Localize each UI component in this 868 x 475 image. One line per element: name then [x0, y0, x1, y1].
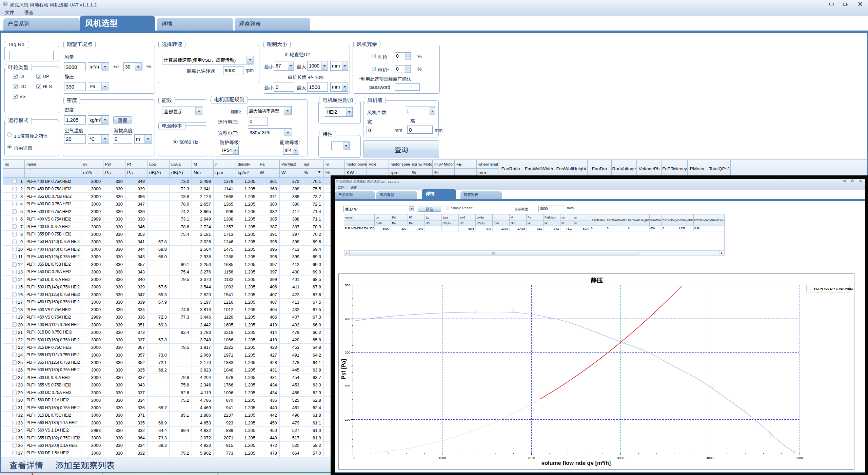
spinner-down-button[interactable]: [406, 67, 410, 68]
popup-column-header-Pa(Max)[interactable]: Pa(Max)W: [544, 214, 560, 226]
popup-tab-fan-selection[interactable]: 风机选型: [376, 191, 417, 199]
row-checkbox[interactable]: [12, 270, 17, 274]
popup-table-scrollbar[interactable]: [344, 250, 724, 255]
row-checkbox[interactable]: [12, 307, 17, 312]
tab-fan-selection[interactable]: 风机选型: [80, 16, 155, 31]
len-min-input[interactable]: 0: [274, 82, 294, 92]
ie-combo[interactable]: IE4: [283, 146, 299, 155]
feature-combo[interactable]: [331, 141, 350, 150]
menu-file[interactable]: 文件: [1, 8, 18, 17]
row-checkbox[interactable]: [12, 217, 17, 221]
tolerance-combo[interactable]: 30: [123, 62, 142, 71]
popup-column-header-Lw6[interactable]: Lw6dB: [459, 214, 476, 226]
row-checkbox[interactable]: [12, 277, 17, 282]
row-checkbox[interactable]: [12, 300, 17, 304]
row-checkbox[interactable]: [12, 202, 17, 206]
popup-column-header-ηsr[interactable]: ηsr%: [560, 214, 573, 226]
motor-attr-combo[interactable]: HEI2: [325, 107, 353, 117]
row-checkbox[interactable]: [12, 232, 17, 236]
frequency-radio[interactable]: [173, 139, 178, 144]
dropdown-arrow-button[interactable]: [246, 56, 254, 64]
impeller-vs-checkbox[interactable]: [13, 94, 18, 99]
popup-column-header-RunVoltage[interactable]: RunVoltage: [662, 214, 678, 226]
row-checkbox[interactable]: [12, 345, 17, 349]
dropdown-arrow-button[interactable]: [288, 62, 294, 70]
row-checkbox[interactable]: [12, 391, 17, 395]
spinner-up-button[interactable]: [405, 53, 411, 56]
chart-type-combo[interactable]: 静压/ qv: [343, 206, 414, 212]
password-input[interactable]: [395, 83, 420, 91]
popup-column-header-Psf[interactable]: PsfPa: [391, 214, 408, 226]
popup-column-header-Lw6a[interactable]: Lw6adB(A): [476, 214, 493, 226]
simple-report-checkbox[interactable]: [446, 207, 449, 210]
popup-table-row[interactable]: PLFH 400 DP 0.75A HEI2300033034980.573.0…: [344, 226, 724, 231]
fan-count-combo[interactable]: 1: [405, 107, 436, 116]
popup-column-header-ηr[interactable]: ηr%: [573, 214, 590, 226]
altitude-input[interactable]: 0: [113, 134, 132, 144]
dropdown-arrow-button[interactable]: [144, 135, 152, 143]
scroll-left-icon[interactable]: [344, 251, 349, 255]
d2-unit-combo[interactable]: mm: [330, 61, 348, 71]
dropdown-arrow-button[interactable]: [284, 107, 291, 115]
impeller-dp-checkbox[interactable]: [36, 74, 41, 79]
row-checkbox[interactable]: [12, 413, 17, 417]
dropdown-arrow-button[interactable]: [342, 62, 348, 70]
row-checkbox[interactable]: [12, 330, 17, 335]
dropdown-arrow-button[interactable]: [321, 62, 327, 70]
run-mode-free-radio[interactable]: [7, 145, 12, 149]
popup-column-header-FcEfficiency[interactable]: FcEfficiency: [694, 214, 711, 226]
altitude-unit-combo[interactable]: m: [134, 134, 152, 144]
row-checkbox[interactable]: [12, 224, 17, 229]
spinner-up-button[interactable]: [405, 65, 411, 69]
dropdown-arrow-button[interactable]: [101, 83, 108, 90]
tab-product-series[interactable]: 产品系列: [3, 18, 80, 31]
popup-column-header-FanWallWidth[interactable]: FanWallWidth: [606, 214, 627, 226]
row-checkbox[interactable]: [12, 383, 17, 387]
dropdown-arrow-button[interactable]: [346, 108, 352, 116]
pressure-input[interactable]: 330: [64, 82, 86, 91]
popup-column-header-Pa[interactable]: PaW: [527, 214, 544, 226]
run-mode-box-radio[interactable]: [7, 132, 12, 137]
minimize-button[interactable]: [829, 2, 835, 6]
spinner-down-button[interactable]: [406, 71, 410, 71]
row-checkbox[interactable]: [12, 179, 17, 184]
row-checkbox[interactable]: [12, 405, 17, 410]
row-checkbox[interactable]: [12, 436, 17, 440]
flow-input[interactable]: 3000: [64, 62, 86, 71]
column-header-Pf[interactable]: PfPa: [125, 160, 147, 178]
row-checkbox[interactable]: [12, 322, 17, 327]
efficiency-combo[interactable]: 全部显示: [162, 107, 203, 116]
row-checkbox[interactable]: [12, 254, 17, 259]
popup-column-header-FanDm[interactable]: FanDm: [650, 214, 662, 226]
fan-wall-height-input[interactable]: 0: [407, 126, 433, 134]
dropdown-arrow-button[interactable]: [343, 142, 349, 150]
row-checkbox[interactable]: [12, 209, 17, 214]
row-checkbox[interactable]: [12, 247, 17, 251]
popup-column-header-VoltagePh[interactable]: VoltagePh: [678, 214, 694, 226]
dropdown-arrow-button[interactable]: [101, 116, 108, 124]
spinner-down-button[interactable]: [406, 54, 410, 55]
dropdown-arrow-button[interactable]: [101, 63, 108, 71]
popup-column-header-RunFrequ[interactable]: RunFrequ: [711, 214, 725, 226]
dropdown-arrow-button[interactable]: [342, 83, 348, 91]
column-header-ηsr[interactable]: ηsr%: [302, 160, 324, 178]
redundancy-impeller-checkbox[interactable]: [372, 54, 376, 58]
restore-button[interactable]: [843, 2, 849, 6]
max-speed-input[interactable]: 9000: [223, 66, 243, 75]
row-checkbox[interactable]: [12, 360, 17, 365]
spinner-up-button[interactable]: [405, 69, 411, 73]
dropdown-arrow-button[interactable]: [430, 107, 435, 115]
dropdown-arrow-button[interactable]: [195, 107, 202, 115]
d2-max-combo[interactable]: 1000: [307, 61, 328, 71]
run-voltage-input[interactable]: 0: [248, 117, 268, 126]
column-header-Lw6a[interactable]: Lw6adB(A): [170, 160, 192, 178]
fan-wall-width-input[interactable]: 0: [367, 126, 392, 134]
dropdown-arrow-button[interactable]: [101, 135, 108, 143]
menu-language[interactable]: 语言: [20, 8, 37, 17]
impeller-dc-checkbox[interactable]: [13, 84, 18, 89]
popup-column-header-n[interactable]: nrpm: [493, 214, 510, 226]
popup-column-header-Pf[interactable]: PfPa: [408, 214, 425, 226]
d2-min-combo[interactable]: 67: [274, 61, 294, 71]
redundancy-impeller-spinner[interactable]: 0: [395, 52, 411, 60]
view-details-action[interactable]: 查看详情: [9, 459, 43, 471]
